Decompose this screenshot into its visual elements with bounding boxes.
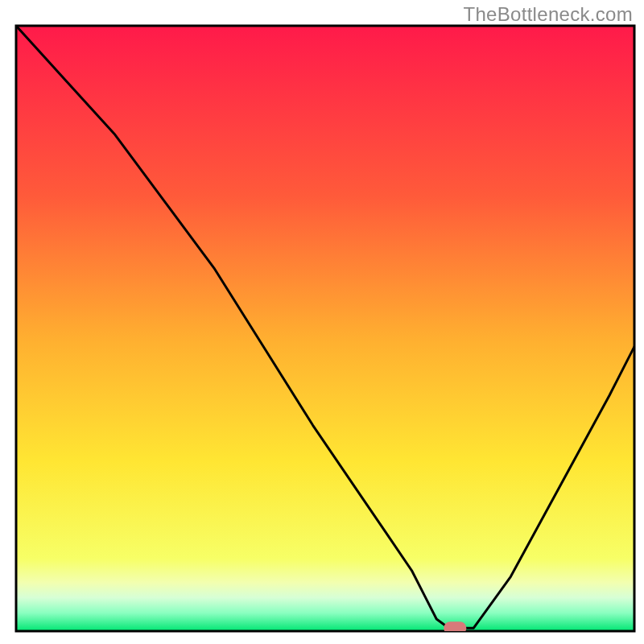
chart-container: TheBottleneck.com	[0, 0, 644, 644]
chart-svg	[0, 0, 644, 644]
gradient-background	[16, 26, 634, 631]
marker-pill	[444, 621, 466, 634]
